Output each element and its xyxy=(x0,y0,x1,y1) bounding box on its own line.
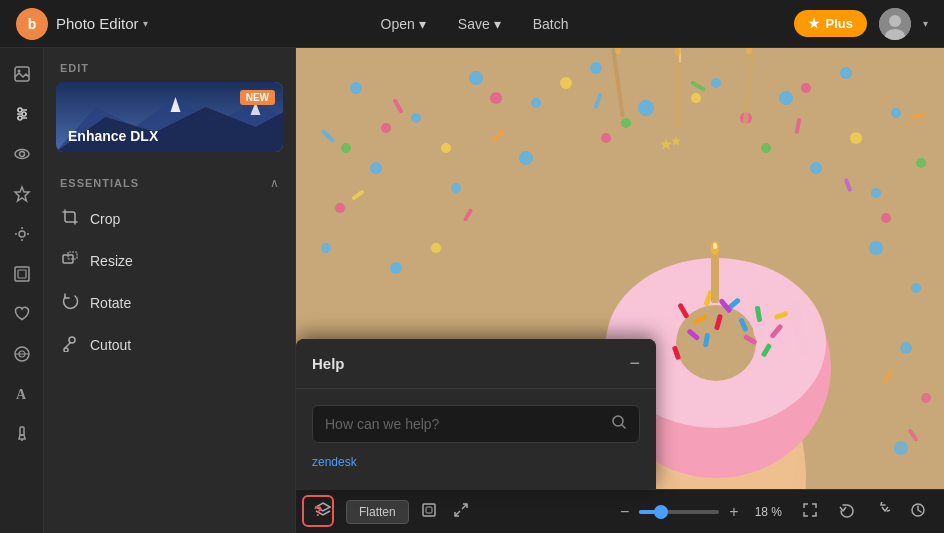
new-badge: NEW xyxy=(240,90,275,105)
rotate-tool-item[interactable]: Rotate xyxy=(44,282,295,324)
svg-point-9 xyxy=(22,112,26,116)
canvas-area: Flatten − xyxy=(296,48,944,533)
cutout-label: Cutout xyxy=(90,337,131,353)
essentials-section-header[interactable]: ESSENTIALS ∧ xyxy=(44,168,295,198)
cutout-tool-item[interactable]: Cutout xyxy=(44,324,295,366)
open-chevron: ▾ xyxy=(419,16,426,32)
svg-point-46 xyxy=(840,67,852,79)
icon-bar: A xyxy=(0,48,44,533)
essentials-label: ESSENTIALS xyxy=(60,177,139,189)
undo-button[interactable] xyxy=(832,498,860,525)
svg-point-72 xyxy=(916,158,926,168)
svg-point-53 xyxy=(321,243,331,253)
svg-point-49 xyxy=(451,183,461,193)
rotate-label: Rotate xyxy=(90,295,131,311)
open-button[interactable]: Open ▾ xyxy=(367,10,440,38)
svg-point-71 xyxy=(761,143,771,153)
svg-point-55 xyxy=(869,241,883,255)
svg-rect-136 xyxy=(426,507,432,513)
app-title-chevron: ▾ xyxy=(143,18,148,29)
svg-point-39 xyxy=(411,113,421,123)
zoom-in-button[interactable]: + xyxy=(723,501,744,523)
svg-point-118 xyxy=(713,243,717,249)
heart-panel-btn[interactable] xyxy=(4,296,40,332)
zoom-slider[interactable] xyxy=(639,510,719,514)
history-button[interactable] xyxy=(904,498,932,525)
help-search-input[interactable] xyxy=(325,416,603,432)
svg-point-12 xyxy=(19,152,24,157)
zendesk-label: zendesk xyxy=(312,443,640,473)
zoom-slider-thumb[interactable] xyxy=(654,505,668,519)
enhance-card-title: Enhance DLX xyxy=(68,128,158,144)
brush-panel-btn[interactable] xyxy=(4,416,40,452)
svg-point-65 xyxy=(560,77,572,89)
text-panel-btn[interactable]: A xyxy=(4,376,40,412)
expand-button[interactable] xyxy=(417,498,441,525)
svg-point-14 xyxy=(19,231,25,237)
save-chevron: ▾ xyxy=(494,16,501,32)
help-close-button[interactable]: − xyxy=(629,353,640,374)
zoom-out-button[interactable]: − xyxy=(614,501,635,523)
effects-panel-btn[interactable] xyxy=(4,216,40,252)
svg-point-35 xyxy=(69,337,75,343)
texture-panel-btn[interactable] xyxy=(4,336,40,372)
svg-point-56 xyxy=(911,283,921,293)
zoom-slider-fill xyxy=(639,510,655,514)
redo-button[interactable] xyxy=(868,498,896,525)
svg-point-119 xyxy=(900,342,912,354)
svg-rect-25 xyxy=(20,427,24,435)
svg-point-43 xyxy=(638,100,654,116)
plus-button[interactable]: ★ Plus xyxy=(794,10,867,37)
crop-tool-item[interactable]: Crop xyxy=(44,198,295,240)
svg-point-68 xyxy=(431,243,441,253)
fit-button[interactable] xyxy=(796,498,824,525)
help-popup: Help − zendesk xyxy=(296,339,656,489)
fullscreen-button[interactable] xyxy=(449,498,473,525)
svg-point-40 xyxy=(469,71,483,85)
flatten-button[interactable]: Flatten xyxy=(346,500,409,524)
svg-point-58 xyxy=(490,92,502,104)
svg-point-54 xyxy=(390,262,402,274)
rotate-icon xyxy=(60,292,80,314)
avatar[interactable] xyxy=(879,8,911,40)
adjust-panel-btn[interactable] xyxy=(4,96,40,132)
svg-point-51 xyxy=(810,162,822,174)
help-button[interactable]: ? xyxy=(302,495,334,527)
svg-point-45 xyxy=(779,91,793,105)
svg-point-64 xyxy=(441,143,451,153)
resize-tool-item[interactable]: Resize xyxy=(44,240,295,282)
bottom-toolbar: Flatten − xyxy=(296,489,944,533)
eye-panel-btn[interactable] xyxy=(4,136,40,172)
image-panel-btn[interactable] xyxy=(4,56,40,92)
svg-point-42 xyxy=(590,62,602,74)
frame-panel-btn[interactable] xyxy=(4,256,40,292)
svg-point-70 xyxy=(621,118,631,128)
svg-point-57 xyxy=(381,123,391,133)
crop-icon xyxy=(60,208,80,230)
zoom-percentage: 18 % xyxy=(749,505,788,519)
svg-point-67 xyxy=(850,132,862,144)
app-title[interactable]: Photo Editor ▾ xyxy=(56,15,148,32)
crop-label: Crop xyxy=(90,211,120,227)
plus-star-icon: ★ xyxy=(808,16,820,31)
svg-point-8 xyxy=(18,108,22,112)
edit-section-label: EDIT xyxy=(44,48,295,82)
batch-button[interactable]: Batch xyxy=(519,10,583,38)
enhance-card[interactable]: Enhance DLX NEW xyxy=(56,82,283,152)
help-title: Help xyxy=(312,355,345,372)
svg-line-141 xyxy=(622,425,625,428)
save-button[interactable]: Save ▾ xyxy=(444,10,515,38)
svg-point-44 xyxy=(711,78,721,88)
svg-point-38 xyxy=(350,82,362,94)
logo-icon: b xyxy=(16,8,48,40)
svg-point-41 xyxy=(531,98,541,108)
favorites-panel-btn[interactable] xyxy=(4,176,40,212)
svg-point-47 xyxy=(891,108,901,118)
svg-point-52 xyxy=(871,188,881,198)
resize-label: Resize xyxy=(90,253,133,269)
logo-area: b Photo Editor ▾ xyxy=(16,8,148,40)
main-layout: A EDIT xyxy=(0,48,944,533)
resize-icon xyxy=(60,250,80,272)
svg-rect-19 xyxy=(15,267,29,281)
help-popup-header: Help − xyxy=(296,339,656,389)
